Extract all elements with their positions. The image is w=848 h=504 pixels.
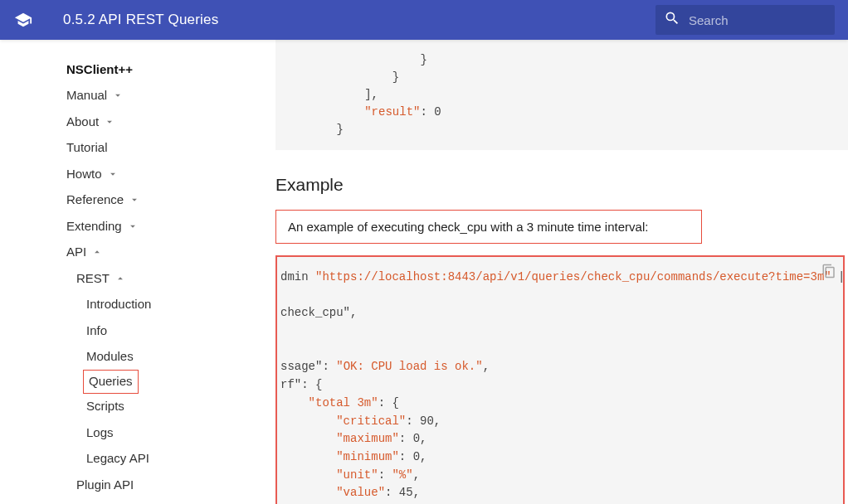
sidebar-nav: NSClient++ManualAboutTutorialHowtoRefere… — [0, 40, 275, 504]
page-title: 0.5.2 API REST Queries — [63, 12, 218, 28]
nav-item-reference[interactable]: Reference — [0, 187, 275, 214]
search-box[interactable] — [655, 5, 835, 35]
code-block-tail: } } ], "result": 0 } — [275, 40, 848, 150]
section-heading-example: Example — [275, 175, 848, 195]
nav-item-introduction[interactable]: Introduction — [0, 292, 275, 318]
nav-item-nsclient-[interactable]: NSClient++ — [0, 56, 275, 83]
nav-item-tutorial[interactable]: Tutorial — [0, 135, 275, 162]
chevron-down-icon — [107, 168, 119, 180]
nav-item-label: Modules — [86, 347, 134, 366]
nav-item-label: NSClient++ — [66, 61, 133, 80]
nav-item-label: API — [66, 243, 86, 262]
nav-item-scripts[interactable]: Scripts — [0, 394, 275, 420]
nav-item-label: Legacy API — [86, 449, 149, 468]
nav-item-extending[interactable]: Extending — [0, 213, 275, 240]
nav-item-label: Plugin API — [76, 476, 134, 495]
nav-item-label: Reference — [66, 191, 124, 210]
nav-item-label: Queries — [89, 372, 133, 391]
nav-item-label: REST — [76, 269, 110, 288]
search-icon — [664, 10, 680, 30]
logo-icon — [13, 10, 33, 30]
code-block-example: dmin "https://localhost:8443/api/v1/quer… — [275, 255, 845, 504]
nav-item-manual[interactable]: Manual — [0, 83, 275, 109]
copy-icon[interactable] — [821, 264, 836, 279]
search-input[interactable] — [689, 13, 826, 27]
nav-item-label: Info — [86, 322, 107, 341]
nav-item-info[interactable]: Info — [0, 317, 275, 344]
chevron-up-icon — [115, 273, 126, 284]
nav-item-label: Scripts — [86, 397, 124, 416]
topbar: 0.5.2 API REST Queries — [0, 0, 848, 40]
nav-item-label: Extending — [66, 217, 122, 236]
nav-item-label: Logs — [86, 424, 114, 443]
content-area: } } ], "result": 0 } Example An example … — [275, 40, 848, 504]
chevron-down-icon — [104, 116, 115, 128]
nav-item-modules[interactable]: Modules — [0, 344, 275, 371]
nav-item-label: About — [66, 113, 99, 132]
nav-item-label: Tutorial — [66, 138, 107, 158]
nav-item-queries[interactable]: Queries — [83, 370, 139, 394]
nav-item-about[interactable]: About — [0, 109, 275, 135]
nav-item-rest[interactable]: REST — [0, 265, 275, 292]
nav-item-plugin-api[interactable]: Plugin API — [0, 472, 275, 498]
example-description: An example of executing check_cpu with a… — [275, 210, 702, 244]
nav-item-howto[interactable]: Howto — [0, 161, 275, 187]
chevron-down-icon — [127, 220, 139, 232]
nav-item-label: Howto — [66, 165, 102, 184]
nav-item-logs[interactable]: Logs — [0, 419, 275, 446]
nav-item-label: Manual — [66, 86, 107, 105]
nav-item-label: Introduction — [86, 295, 151, 314]
chevron-up-icon — [91, 246, 103, 258]
nav-item-legacy-api[interactable]: Legacy API — [0, 446, 275, 472]
chevron-down-icon — [129, 194, 140, 206]
chevron-down-icon — [112, 90, 124, 101]
nav-item-api[interactable]: API — [0, 240, 275, 266]
